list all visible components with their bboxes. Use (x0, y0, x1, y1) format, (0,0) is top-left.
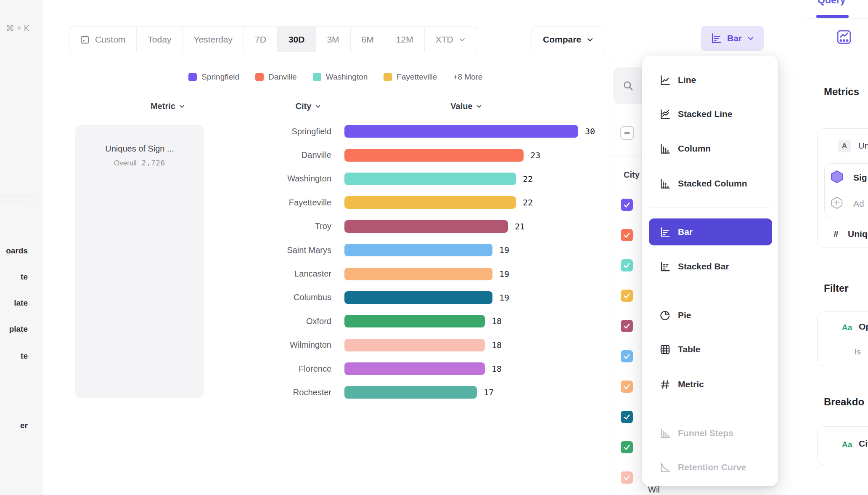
legend-item[interactable]: Washington (313, 72, 368, 82)
filter-card[interactable]: Aa Ope Is i (817, 311, 868, 366)
chevron-down-icon (458, 36, 466, 43)
value-bar[interactable] (344, 291, 492, 304)
left-sidebar: ⌘ + K oards te late plate te er (0, 0, 42, 495)
range-xtd[interactable]: XTD (425, 27, 477, 52)
value-bar[interactable] (344, 125, 578, 138)
menu-item-table[interactable]: Table (649, 338, 772, 361)
metric-card[interactable]: A Uniq Sig Ad # Uniqu (817, 128, 868, 248)
column-header-metric[interactable]: Metric (151, 101, 185, 111)
series-checkbox[interactable] (621, 229, 633, 241)
legend-item[interactable]: Danville (255, 72, 297, 82)
breakdown-card[interactable]: Aa City (817, 426, 868, 465)
menu-item-stacked-column[interactable]: Stacked Column (649, 172, 772, 195)
compare-label: Compare (543, 35, 581, 45)
bar-value: 19 (499, 269, 509, 279)
sidebar-item-clipped[interactable]: er (20, 421, 28, 430)
bar-value: 18 (492, 364, 502, 374)
add-event-icon[interactable] (830, 196, 844, 210)
chart-type-button[interactable]: Bar (701, 26, 764, 51)
range-yesterday[interactable]: Yesterday (183, 27, 244, 52)
select-all-checkbox[interactable] (620, 126, 634, 140)
menu-item-pie[interactable]: Pie (649, 303, 772, 327)
value-bar[interactable] (344, 362, 485, 375)
event-card[interactable]: Sig Ad (824, 163, 868, 217)
series-checkbox[interactable] (621, 411, 633, 423)
menu-item-funnel-steps: Funnel Steps (649, 421, 772, 445)
column-header-city[interactable]: City (296, 101, 321, 111)
menu-item-label: Bar (678, 227, 693, 237)
bar-row-label: Lancaster (69, 269, 331, 279)
range-12m[interactable]: 12M (385, 27, 425, 52)
series-checkbox[interactable] (621, 259, 633, 271)
menu-item-label: Stacked Bar (678, 261, 729, 271)
series-checkbox[interactable] (621, 471, 633, 484)
range-30d[interactable]: 30D (278, 27, 316, 52)
bar-value: 18 (492, 316, 502, 326)
legend-swatch (313, 73, 321, 81)
metrics-heading: Metrics (824, 86, 859, 98)
bar-chart-icon (659, 226, 671, 238)
series-checkbox[interactable] (621, 350, 633, 362)
value-bar[interactable] (344, 196, 516, 209)
value-bar[interactable] (344, 315, 485, 327)
check-icon (623, 444, 630, 451)
bar-row-label: Saint Marys (69, 245, 331, 255)
chart-type-menu: Line Stacked Line Column Stacked Column … (642, 56, 778, 486)
menu-item-bar[interactable]: Bar (649, 218, 772, 245)
sidebar-item-clipped[interactable]: late (14, 298, 28, 308)
range-3m[interactable]: 3M (316, 27, 350, 52)
bar-value: 23 (530, 150, 540, 160)
value-bar[interactable] (344, 220, 508, 233)
add-label-clipped[interactable]: Ad (853, 199, 864, 209)
retention-curve-icon (659, 462, 671, 473)
series-checkbox[interactable] (621, 290, 633, 302)
bar-value: 22 (523, 197, 533, 208)
menu-item-stacked-line[interactable]: Stacked Line (649, 102, 772, 126)
value-bar[interactable] (344, 244, 492, 256)
range-6m[interactable]: 6M (351, 27, 385, 52)
sidebar-item-clipped[interactable]: te (21, 351, 28, 361)
compare-button[interactable]: Compare (532, 27, 605, 52)
check-icon (623, 201, 630, 208)
legend-item[interactable]: Springfield (188, 72, 239, 82)
bar-row: Troy21 (69, 215, 603, 238)
chart-panel-icon[interactable] (836, 29, 852, 45)
legend-more-button[interactable]: +8 More (453, 72, 482, 82)
range-7d[interactable]: 7D (244, 27, 278, 52)
series-checkbox[interactable] (621, 320, 633, 332)
menu-item-column[interactable]: Column (649, 137, 772, 160)
tab-query[interactable]: Query (818, 0, 845, 6)
value-bar[interactable] (344, 339, 485, 351)
legend-swatch (384, 73, 392, 81)
menu-item-stacked-bar[interactable]: Stacked Bar (649, 255, 772, 278)
sidebar-dotted-divider (0, 202, 38, 202)
legend-item[interactable]: Fayetteville (384, 72, 437, 82)
event-name-clipped: Sig (853, 173, 867, 183)
bar-row: Saint Marys19 (69, 238, 603, 262)
sidebar-item-clipped[interactable]: oards (6, 246, 28, 255)
sidebar-item-clipped[interactable]: plate (9, 325, 28, 334)
value-bar[interactable] (344, 149, 524, 162)
bar-value: 30 (585, 126, 595, 136)
range-custom[interactable]: Custom (69, 27, 137, 52)
filter-heading: Filter (824, 282, 849, 294)
tab-query-underline (816, 15, 849, 18)
range-today[interactable]: Today (137, 27, 183, 52)
menu-item-metric[interactable]: Metric (649, 373, 772, 396)
bar-row: Rochester17 (69, 381, 603, 404)
column-header-value[interactable]: Value (450, 101, 482, 111)
series-checkbox[interactable] (621, 199, 633, 211)
series-row-label-clipped: Wil (648, 485, 660, 495)
series-checkbox[interactable] (621, 381, 633, 393)
menu-item-line[interactable]: Line (649, 68, 772, 92)
value-bar[interactable] (344, 173, 516, 185)
value-bar[interactable] (344, 386, 477, 399)
measure-name-clipped: Uniqu (848, 229, 868, 239)
filter-operator[interactable]: Is (855, 347, 861, 357)
query-panel: Query Metrics A Uniq Sig Ad # Uniqu Filt… (806, 0, 868, 495)
sidebar-item-clipped[interactable]: te (21, 272, 28, 282)
value-bar[interactable] (344, 268, 492, 280)
series-checkbox[interactable] (621, 441, 633, 453)
bar-row: Fayetteville22 (69, 191, 603, 214)
menu-item-retention-curve: Retention Curve (649, 455, 772, 479)
